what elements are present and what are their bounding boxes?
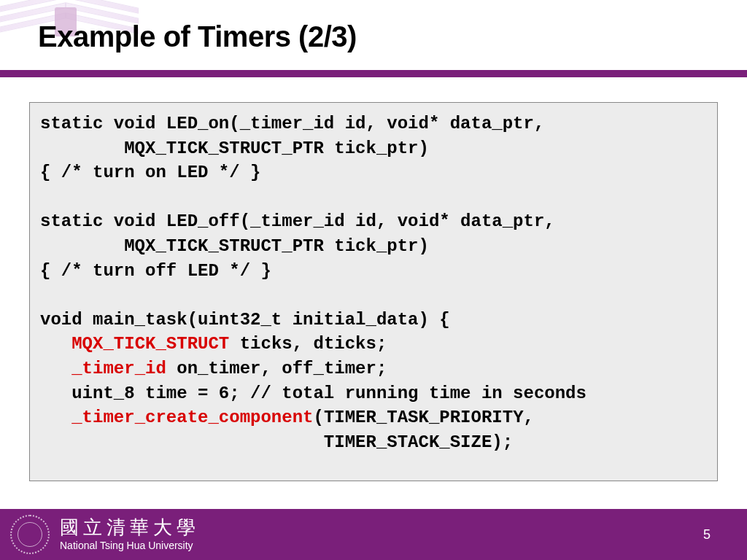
code-indent	[40, 334, 71, 354]
university-name-en: National Tsing Hua University	[60, 540, 200, 551]
title-underline	[0, 70, 747, 77]
code-line: static void LED_off(_timer_id id, void* …	[40, 211, 555, 231]
slide-title: Example of Timers (2/3)	[38, 20, 357, 53]
code-line: { /* turn on LED */ }	[40, 163, 260, 182]
code-line: static void LED_on(_timer_id id, void* d…	[40, 114, 544, 133]
code-line: uint_8 time = 6; // total running time i…	[40, 384, 587, 403]
code-keyword: MQX_TICK_STRUCT	[71, 334, 229, 354]
code-line: void main_task(uint32_t initial_data) {	[40, 310, 450, 330]
university-name-cn: 國立清華大學	[60, 518, 200, 539]
code-line: { /* turn off LED */ }	[40, 261, 271, 281]
code-text: on_timer, off_timer;	[166, 359, 387, 378]
code-line: MQX_TICK_STRUCT_PTR tick_ptr)	[40, 139, 429, 158]
code-keyword: _timer_id	[71, 359, 166, 378]
code-indent	[40, 408, 71, 427]
code-text: (TIMER_TASK_PRIORITY,	[313, 408, 533, 427]
code-line: TIMER_STACK_SIZE);	[40, 432, 513, 452]
code-block: static void LED_on(_timer_id id, void* d…	[29, 102, 718, 481]
code-line: MQX_TICK_STRUCT_PTR tick_ptr)	[40, 236, 429, 256]
code-text: ticks, dticks;	[229, 334, 387, 354]
footer-text: 國立清華大學 National Tsing Hua University	[60, 518, 200, 552]
footer: 國立清華大學 National Tsing Hua University 5	[0, 509, 747, 560]
page-number: 5	[703, 527, 711, 542]
code-indent	[40, 359, 71, 378]
code-keyword: _timer_create_component	[71, 408, 313, 427]
university-seal-icon	[10, 515, 50, 554]
slide: Example of Timers (2/3) static void LED_…	[0, 0, 747, 560]
